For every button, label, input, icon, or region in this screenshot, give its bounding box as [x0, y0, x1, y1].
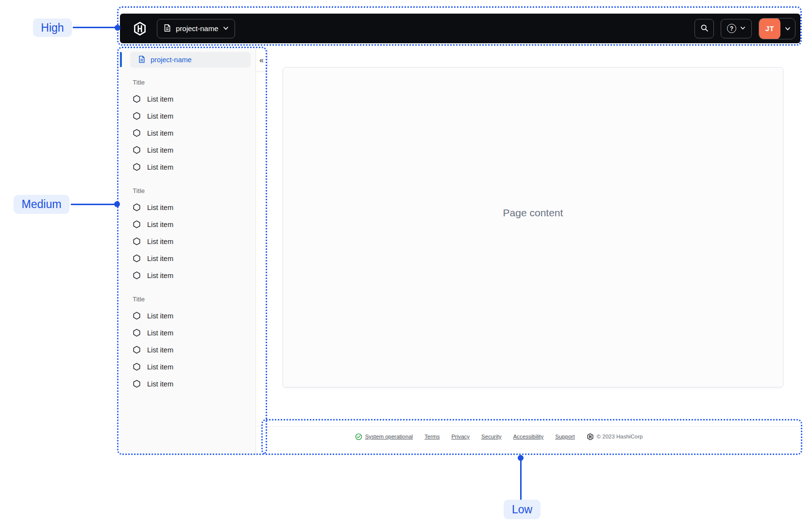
- hexagon-icon: [133, 95, 141, 103]
- top-navbar: project-name ? JT: [120, 14, 800, 43]
- hexagon-icon: [133, 112, 141, 120]
- annotation-dot-medium: [114, 201, 120, 207]
- sidebar-list-item[interactable]: List item: [133, 158, 255, 175]
- sidebar-item-label: List item: [147, 112, 173, 120]
- annotation-leader-low: [520, 459, 522, 501]
- sidebar-list-item[interactable]: List item: [133, 141, 255, 158]
- footer-link[interactable]: Support: [555, 434, 575, 439]
- avatar: JT: [759, 18, 780, 39]
- app-canvas: project-name ? JT: [0, 0, 812, 524]
- status-link[interactable]: System operational: [365, 434, 413, 439]
- search-icon: [700, 24, 709, 34]
- sidebar-list-item[interactable]: List item: [133, 124, 255, 141]
- sidebar-section: Title List item: [133, 186, 255, 284]
- project-switcher-label: project-name: [176, 24, 219, 33]
- sidebar-list-item[interactable]: List item: [133, 341, 255, 358]
- sidebar-item-label: List item: [147, 238, 173, 245]
- hexagon-icon: [133, 380, 141, 388]
- help-menu-button[interactable]: ?: [721, 19, 752, 38]
- hexagon-icon: [133, 312, 141, 320]
- annotation-label-low: Low: [504, 500, 541, 519]
- sidebar-item-label: List item: [147, 129, 173, 137]
- annotation-label-high: High: [33, 18, 72, 37]
- annotation-leader-high: [73, 27, 118, 28]
- footer-link[interactable]: Privacy: [451, 434, 470, 439]
- sidebar-header: project-name: [120, 49, 255, 68]
- sidebar-item-label: List item: [147, 255, 173, 262]
- sidebar-list-item[interactable]: List item: [133, 375, 255, 392]
- sidebar-project-label: project-name: [151, 56, 192, 64]
- annotation-label-medium: Medium: [14, 195, 69, 214]
- document-icon: [163, 24, 171, 34]
- copyright-text: © 2023 HashiCorp: [597, 434, 643, 439]
- hexagon-icon: [133, 237, 141, 245]
- sidebar-section-title: Title: [133, 186, 255, 196]
- sidebar-item-label: List item: [147, 272, 173, 279]
- sidebar-list-item[interactable]: List item: [133, 267, 255, 284]
- footer-links: TermsPrivacySecurityAccessibilitySupport: [424, 432, 575, 441]
- sidebar-item-label: List item: [147, 346, 173, 354]
- sidebar: project-name Title List item: [120, 49, 256, 454]
- sidebar-item-label: List item: [147, 329, 173, 337]
- sidebar-section-title: Title: [133, 295, 255, 304]
- footer: System operational TermsPrivacySecurityA…: [256, 426, 800, 454]
- chevron-down-icon: [223, 24, 229, 33]
- sidebar-sections: Title List item: [120, 78, 255, 392]
- hexagon-icon: [133, 363, 141, 371]
- sidebar-item-label: List item: [147, 204, 173, 211]
- active-indicator-bar: [120, 52, 122, 67]
- hexagon-icon: [133, 129, 141, 137]
- annotation-dot-low: [518, 455, 524, 461]
- sidebar-list-item[interactable]: List item: [133, 233, 255, 250]
- sidebar-list-item[interactable]: List item: [133, 90, 255, 107]
- sidebar-section: Title List item: [133, 78, 255, 175]
- help-icon: ?: [727, 24, 736, 33]
- hexagon-icon: [133, 254, 141, 262]
- page-content-placeholder: Page content: [503, 207, 563, 219]
- chevron-down-icon: [740, 25, 745, 32]
- sidebar-item-label: List item: [147, 363, 173, 371]
- system-status: System operational: [355, 432, 413, 441]
- sidebar-collapse-button[interactable]: «: [256, 49, 268, 72]
- sidebar-list-item[interactable]: List item: [133, 107, 255, 124]
- sidebar-list-item[interactable]: List item: [133, 307, 255, 324]
- sidebar-list-item[interactable]: List item: [133, 324, 255, 341]
- page-content-panel: Page content: [283, 67, 783, 387]
- project-switcher-button[interactable]: project-name: [157, 19, 235, 38]
- footer-link[interactable]: Accessibility: [513, 434, 544, 439]
- collapse-icon: «: [259, 56, 264, 65]
- sidebar-project-link[interactable]: project-name: [130, 52, 251, 68]
- search-button[interactable]: [694, 19, 714, 38]
- hexagon-icon: [133, 203, 141, 211]
- hashicorp-logo-icon: [133, 21, 147, 36]
- annotation-leader-medium: [71, 204, 117, 205]
- sidebar-item-label: List item: [147, 146, 173, 154]
- sidebar-list-item[interactable]: List item: [133, 216, 255, 233]
- document-icon: [138, 55, 146, 65]
- hexagon-icon: [133, 329, 141, 337]
- hashicorp-logo-icon: [587, 433, 594, 440]
- annotation-dot-high: [115, 25, 120, 31]
- sidebar-section-title: Title: [133, 78, 255, 87]
- sidebar-item-label: List item: [147, 163, 173, 171]
- hexagon-icon: [133, 271, 141, 279]
- sidebar-list-item[interactable]: List item: [133, 199, 255, 216]
- check-circle-icon: [355, 433, 362, 440]
- footer-link[interactable]: Terms: [424, 434, 440, 439]
- sidebar-list-item[interactable]: List item: [133, 250, 255, 267]
- sidebar-item-label: List item: [147, 380, 173, 388]
- sidebar-item-label: List item: [147, 312, 173, 320]
- sidebar-list-item[interactable]: List item: [133, 358, 255, 375]
- user-menu-button[interactable]: JT: [759, 18, 795, 39]
- hexagon-icon: [133, 346, 141, 354]
- hexagon-icon: [133, 220, 141, 228]
- chevron-down-icon: [780, 26, 795, 32]
- navbar-right-cluster: ? JT: [694, 18, 795, 39]
- footer-link[interactable]: Security: [481, 434, 502, 439]
- copyright: © 2023 HashiCorp: [587, 432, 643, 441]
- sidebar-item-label: List item: [147, 95, 173, 103]
- hexagon-icon: [133, 146, 141, 154]
- sidebar-item-label: List item: [147, 221, 173, 228]
- hexagon-icon: [133, 163, 141, 171]
- sidebar-section: Title List item: [133, 295, 255, 392]
